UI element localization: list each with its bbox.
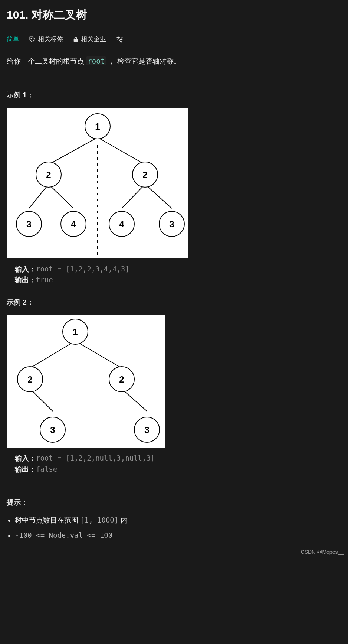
svg-text:1: 1	[73, 327, 78, 337]
svg-point-0	[31, 38, 32, 39]
svg-text:2: 2	[119, 374, 124, 384]
translate-button[interactable]: 文	[116, 36, 123, 43]
watermark: CSDN @Mopes__	[301, 548, 344, 556]
hints-list: 树中节点数目在范围 [1, 1000] 内 -100 <= Node.val <…	[7, 514, 341, 541]
svg-text:2: 2	[142, 169, 147, 179]
svg-text:3: 3	[169, 219, 174, 229]
example1-io: 输入：root = [1,2,2,3,4,4,3] 输出：true	[7, 264, 341, 286]
example2-diagram: 1 2 2 3 3	[7, 315, 165, 448]
example1-diagram: 1 2 2 3 4 4 3	[7, 108, 188, 258]
example2-heading: 示例 2：	[7, 297, 341, 308]
difficulty-badge: 简单	[7, 34, 19, 44]
code-root: root	[86, 56, 106, 65]
translate-icon: 文	[116, 36, 123, 43]
problem-title: 101. 对称二叉树	[7, 6, 341, 24]
tags-label: 相关标签	[38, 34, 63, 44]
svg-text:3: 3	[26, 219, 31, 229]
tags-link[interactable]: 相关标签	[29, 34, 63, 44]
svg-text:4: 4	[71, 219, 76, 229]
svg-text:2: 2	[46, 169, 51, 179]
meta-row: 简单 相关标签 相关企业 文	[7, 34, 341, 44]
companies-link[interactable]: 相关企业	[73, 34, 106, 44]
tag-icon	[29, 36, 36, 43]
svg-text:2: 2	[27, 374, 32, 384]
problem-description: 给你一个二叉树的根节点 root ， 检查它是否轴对称。	[7, 55, 341, 67]
hints-heading: 提示：	[7, 497, 341, 508]
svg-text:1: 1	[95, 121, 100, 131]
svg-text:3: 3	[50, 425, 55, 435]
svg-text:4: 4	[119, 219, 124, 229]
example2-io: 输入：root = [1,2,2,null,3,null,3] 输出：false	[7, 453, 341, 475]
companies-label: 相关企业	[81, 34, 106, 44]
hint-item: 树中节点数目在范围 [1, 1000] 内	[15, 514, 341, 526]
example1-heading: 示例 1：	[7, 90, 341, 101]
svg-text:文: 文	[121, 37, 123, 39]
svg-text:3: 3	[144, 425, 149, 435]
hint-item: -100 <= Node.val <= 100	[15, 530, 341, 541]
lock-icon	[73, 36, 79, 42]
